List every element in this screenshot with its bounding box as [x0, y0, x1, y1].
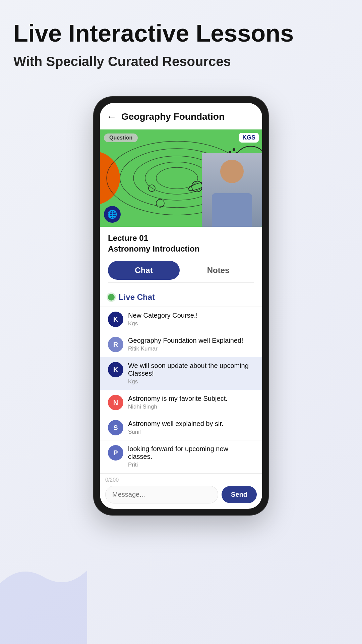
chat-item: N Astronomy is my favorite Subject. Nidh…: [100, 390, 262, 415]
lecture-info: Lecture 01 Astronomy Introduction: [100, 227, 262, 258]
phone-screen: ← Geography Foundation Question KGS: [100, 103, 262, 509]
tab-notes[interactable]: Notes: [182, 258, 254, 282]
live-chat-label: Live Chat: [119, 292, 155, 302]
chat-username: Ritik Kumar: [128, 345, 243, 352]
chat-username: Nidhi Singh: [128, 404, 228, 410]
back-button[interactable]: ←: [107, 111, 117, 122]
app-header: ← Geography Foundation: [100, 103, 262, 129]
chat-message: Geography Foundation well Explained!: [128, 337, 243, 344]
teacher-image: [202, 153, 262, 227]
chat-avatar: R: [108, 337, 123, 352]
chat-message: looking forward for upcoming new classes…: [128, 445, 254, 461]
live-indicator-dot: [108, 294, 115, 301]
chat-item: P looking forward for upcoming new class…: [100, 440, 262, 473]
chat-item: K New Category Course.! Kgs: [100, 307, 262, 332]
chat-content: Astronomy is my favorite Subject. Nidhi …: [128, 395, 228, 410]
chat-username: Priti: [128, 462, 254, 468]
chat-avatar: P: [108, 445, 123, 461]
chat-message: We will soon update about the upcoming C…: [128, 362, 254, 377]
globe-icon: 🌐: [104, 206, 121, 223]
main-title: Live Interactive Lessons: [13, 20, 349, 47]
chat-message: New Category Course.!: [128, 312, 198, 319]
sub-title: With Specially Curated Resources: [13, 53, 349, 70]
message-footer: 0/200 Send: [100, 473, 262, 509]
video-area[interactable]: Question KGS: [100, 129, 262, 227]
chat-message: Astronomy is my favorite Subject.: [128, 395, 228, 402]
chat-content: Astronomy well explained by sir. Sunil: [128, 420, 224, 435]
chat-avatar: K: [108, 362, 123, 377]
svg-point-0: [100, 151, 120, 205]
lecture-name: Astronomy Introduction: [108, 244, 254, 254]
message-input[interactable]: [105, 486, 218, 503]
char-count: 0/200: [105, 477, 257, 483]
header-title: Geography Foundation: [121, 111, 225, 122]
lecture-number: Lecture 01: [108, 233, 254, 243]
message-input-row: Send: [105, 486, 257, 503]
tabs-bar: Chat Notes: [108, 258, 254, 283]
chat-message: Astronomy well explained by sir.: [128, 420, 224, 428]
svg-point-11: [233, 148, 235, 151]
chat-item: R Geography Foundation well Explained! R…: [100, 332, 262, 357]
chat-content: We will soon update about the upcoming C…: [128, 362, 254, 385]
chat-avatar: N: [108, 395, 123, 410]
chat-list: K New Category Course.! Kgs R Geography …: [100, 307, 262, 473]
tab-chat[interactable]: Chat: [108, 261, 180, 280]
chat-username: Sunil: [128, 429, 224, 435]
chat-item: S Astronomy well explained by sir. Sunil: [100, 415, 262, 440]
chat-avatar: K: [108, 312, 123, 327]
chat-avatar: S: [108, 420, 123, 435]
chat-username: Kgs: [128, 320, 198, 327]
phone-mockup: ← Geography Foundation Question KGS: [94, 97, 268, 515]
chat-item: K We will soon update about the upcoming…: [100, 357, 262, 390]
live-chat-row: Live Chat: [100, 289, 262, 307]
svg-point-4: [145, 162, 209, 194]
chat-content: New Category Course.! Kgs: [128, 312, 198, 327]
send-button[interactable]: Send: [222, 486, 257, 503]
chat-content: Geography Foundation well Explained! Rit…: [128, 337, 243, 352]
chat-content: looking forward for upcoming new classes…: [128, 445, 254, 468]
chat-username: Kgs: [128, 378, 254, 385]
